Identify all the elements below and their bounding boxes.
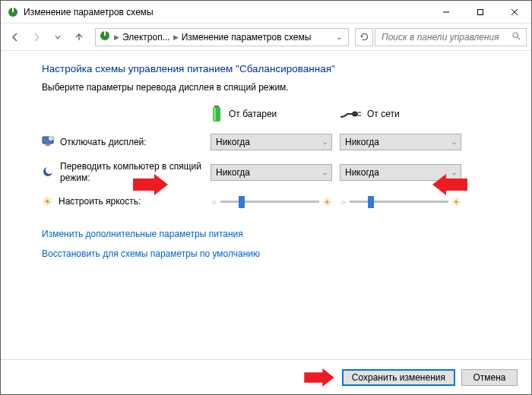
chevron-right-icon: ▶: [114, 33, 119, 41]
slider-thumb[interactable]: [239, 196, 245, 208]
advanced-settings-link[interactable]: Изменить дополнительные параметры питани…: [42, 229, 243, 239]
titlebar: Изменение параметров схемы: [1, 1, 531, 24]
close-button[interactable]: [497, 1, 531, 23]
sun-large-icon: ☀: [322, 196, 332, 208]
page-title: Настройка схемы управления питанием "Сба…: [42, 63, 511, 74]
search-box[interactable]: [375, 28, 527, 46]
display-off-battery-combo[interactable]: Никогда ⌵: [211, 134, 332, 150]
svg-rect-1: [12, 8, 14, 12]
combo-value: Никогда: [216, 167, 250, 178]
column-header-label: От сети: [367, 109, 400, 119]
column-header-battery: От батареи: [211, 105, 340, 123]
svg-rect-12: [214, 108, 216, 121]
brightness-plugged-slider[interactable]: ☼ ☀: [340, 196, 461, 208]
address-dropdown-button[interactable]: ⌄: [333, 33, 345, 41]
window-title: Изменение параметров схемы: [24, 7, 429, 17]
restore-defaults-link[interactable]: Восстановить для схемы параметры по умол…: [42, 248, 260, 259]
sun-small-icon: ☼: [211, 198, 217, 206]
window: Изменение параметров схемы: [0, 0, 532, 395]
svg-point-8: [513, 33, 518, 38]
page-subtitle: Выберите параметры перевода дисплея в сп…: [42, 82, 511, 93]
slider-track[interactable]: [220, 201, 319, 203]
row-sleep: Переводить компьютер в спящий режим:: [42, 161, 211, 184]
minimize-button[interactable]: [429, 1, 463, 23]
address-bar[interactable]: ▶ Электроп... ▶ Изменение параметров схе…: [95, 28, 349, 46]
refresh-button[interactable]: [355, 28, 373, 46]
row-brightness: ☀ Настроить яркость:: [42, 194, 211, 209]
combo-value: Никогда: [345, 167, 379, 178]
sun-small-icon: ☼: [340, 198, 347, 206]
chevron-down-icon: ⌵: [323, 169, 327, 176]
navbar: ▶ Электроп... ▶ Изменение параметров схе…: [1, 24, 531, 51]
breadcrumb-item[interactable]: Электроп...: [122, 32, 170, 43]
power-options-icon: [7, 6, 19, 18]
annotation-arrow: [304, 368, 334, 387]
monitor-icon: [42, 135, 54, 150]
svg-rect-3: [477, 9, 483, 14]
nav-forward-button: [27, 27, 46, 47]
slider-track[interactable]: [350, 201, 448, 203]
content-area: Настройка схемы управления питанием "Сба…: [1, 51, 531, 359]
sleep-battery-combo[interactable]: Никогда ⌵: [211, 164, 332, 181]
svg-point-13: [352, 112, 358, 117]
column-header-plugged: От сети: [340, 109, 469, 119]
brightness-battery-slider[interactable]: ☼ ☀: [211, 196, 332, 208]
cancel-button[interactable]: Отмена: [461, 369, 518, 386]
nav-recent-button[interactable]: [48, 27, 68, 47]
combo-value: Никогда: [345, 137, 379, 147]
chevron-down-icon: ⌵: [323, 138, 327, 146]
svg-line-9: [518, 37, 520, 40]
sun-icon: ☀: [42, 194, 52, 209]
search-icon: [511, 31, 521, 43]
svg-rect-10: [214, 106, 219, 107]
svg-rect-17: [46, 144, 50, 146]
nav-up-button[interactable]: [69, 27, 89, 47]
sun-large-icon: ☀: [451, 196, 461, 208]
row-label: Отключать дисплей:: [60, 137, 147, 148]
plug-icon: [340, 109, 361, 118]
chevron-down-icon: ⌵: [452, 138, 456, 146]
nav-back-button[interactable]: [5, 27, 25, 47]
battery-icon: [211, 105, 223, 123]
chevron-right-icon: ▶: [173, 33, 179, 41]
slider-thumb[interactable]: [368, 196, 374, 208]
save-button[interactable]: Сохранить изменения: [342, 369, 455, 386]
control-panel-icon: [99, 30, 111, 44]
breadcrumb-item[interactable]: Изменение параметров схемы: [182, 32, 312, 43]
svg-rect-7: [104, 31, 106, 36]
footer: Сохранить изменения Отмена: [1, 359, 531, 394]
links-section: Изменить дополнительные параметры питани…: [42, 229, 511, 268]
column-header-label: От батареи: [229, 109, 277, 119]
row-label: Настроить яркость:: [59, 196, 141, 207]
combo-value: Никогда: [216, 137, 250, 147]
row-label: Переводить компьютер в спящий режим:: [60, 161, 204, 184]
svg-point-22: [46, 166, 53, 174]
row-display-off: Отключать дисплей:: [42, 135, 211, 150]
annotation-arrow: [432, 174, 467, 195]
maximize-button[interactable]: [463, 1, 497, 23]
moon-icon: [42, 166, 54, 180]
search-input[interactable]: [380, 31, 507, 43]
display-off-plugged-combo[interactable]: Никогда ⌵: [340, 134, 461, 150]
annotation-arrow: [133, 174, 168, 195]
